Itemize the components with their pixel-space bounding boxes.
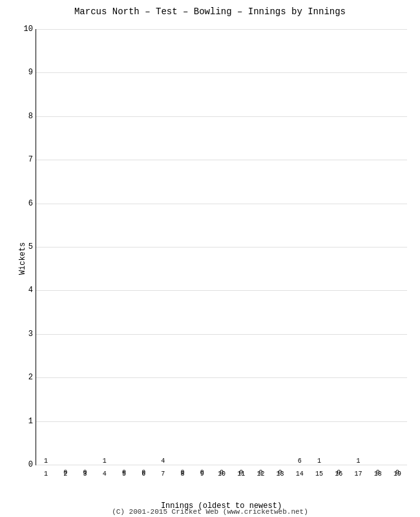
x-tick-1: 1 bbox=[44, 470, 48, 478]
gridline-6 bbox=[36, 204, 407, 204]
x-tick-6: 6 bbox=[142, 470, 145, 478]
bar-value-15: 1 bbox=[317, 458, 321, 465]
copyright-text: (C) 2001-2015 Cricket Web (www.cricketwe… bbox=[0, 508, 420, 516]
x-tick-12: 12 bbox=[257, 470, 264, 478]
gridline-1 bbox=[36, 421, 407, 422]
bar-value-17: 1 bbox=[356, 458, 360, 465]
x-tick-7: 7 bbox=[161, 470, 165, 478]
x-tick-3: 3 bbox=[83, 470, 87, 478]
x-tick-14: 14 bbox=[296, 470, 304, 478]
y-tick-10: 10 bbox=[24, 25, 33, 34]
gridline-7 bbox=[36, 160, 407, 160]
y-tick-3: 3 bbox=[28, 330, 33, 339]
x-tick-11: 11 bbox=[237, 470, 245, 478]
y-tick-5: 5 bbox=[28, 242, 33, 251]
gridline-2 bbox=[36, 377, 407, 378]
x-tick-5: 5 bbox=[122, 470, 126, 478]
gridline-4 bbox=[36, 290, 407, 291]
chart-area: 0123456789101102031405064708090100110120… bbox=[36, 29, 407, 465]
gridline-9 bbox=[36, 72, 407, 73]
gridline-8 bbox=[36, 116, 407, 117]
x-tick-15: 15 bbox=[315, 470, 323, 478]
bar-value-1: 1 bbox=[44, 458, 48, 465]
gridline-0 bbox=[36, 465, 407, 465]
bar-value-4: 1 bbox=[103, 458, 107, 465]
x-tick-13: 13 bbox=[277, 470, 284, 478]
x-tick-4: 4 bbox=[103, 470, 107, 478]
x-tick-18: 18 bbox=[374, 470, 382, 478]
x-tick-17: 17 bbox=[354, 470, 362, 478]
x-tick-10: 10 bbox=[218, 470, 226, 478]
x-tick-16: 16 bbox=[335, 470, 342, 478]
x-tick-8: 8 bbox=[181, 470, 185, 478]
y-tick-0: 0 bbox=[28, 460, 33, 469]
y-tick-4: 4 bbox=[28, 286, 33, 295]
y-tick-9: 9 bbox=[28, 68, 33, 77]
bar-value-14: 6 bbox=[298, 458, 302, 465]
gridline-3 bbox=[36, 334, 407, 335]
y-tick-2: 2 bbox=[28, 373, 33, 382]
gridline-10 bbox=[36, 29, 407, 30]
y-axis-label: Wickets bbox=[18, 242, 27, 275]
x-tick-19: 19 bbox=[394, 470, 401, 478]
y-tick-8: 8 bbox=[28, 112, 33, 121]
y-tick-7: 7 bbox=[28, 155, 33, 164]
gridline-5 bbox=[36, 247, 407, 248]
x-tick-9: 9 bbox=[200, 470, 204, 478]
chart-title: Marcus North – Test – Bowling – Innings … bbox=[0, 6, 420, 17]
x-tick-2: 2 bbox=[63, 470, 67, 478]
chart-container: Marcus North – Test – Bowling – Innings … bbox=[0, 0, 420, 517]
bar-value-7: 4 bbox=[161, 458, 165, 465]
y-tick-6: 6 bbox=[28, 199, 33, 208]
y-tick-1: 1 bbox=[28, 417, 33, 426]
